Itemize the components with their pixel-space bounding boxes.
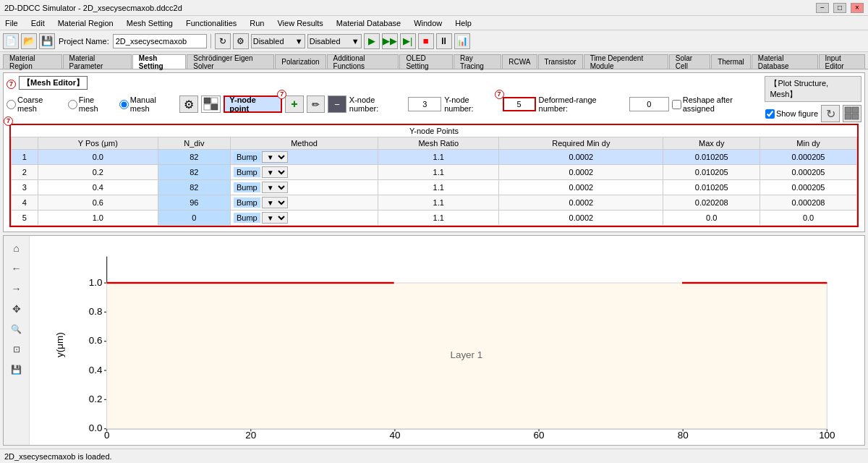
menu-functionalities[interactable]: Functionalities: [184, 18, 239, 28]
cell-index: 1: [12, 150, 38, 165]
method-select[interactable]: ▼: [262, 182, 288, 193]
x-tick-100: 100: [819, 430, 835, 441]
menu-mesh-setting[interactable]: Mesh Setting: [124, 18, 175, 28]
save-chart-button[interactable]: 💾: [8, 362, 25, 378]
window-controls: − □ ×: [816, 3, 864, 13]
method-select[interactable]: ▼: [262, 166, 288, 178]
maximize-button[interactable]: □: [833, 3, 846, 13]
status-bar: 2D_xsecysecmaxob is loaded.: [0, 449, 868, 463]
chart-button[interactable]: 📊: [454, 33, 470, 49]
back-button[interactable]: ←: [8, 260, 25, 276]
window-title: 2D-DDCC Simulator - 2D_xsecysecmaxob.ddc…: [4, 4, 182, 12]
menu-file[interactable]: File: [3, 18, 20, 28]
zoom-rect-button[interactable]: ⊡: [8, 341, 25, 357]
disabled-combo-1[interactable]: Disabled▼: [251, 34, 305, 48]
cell-method[interactable]: Bump ▼: [230, 150, 378, 165]
cell-method[interactable]: Bump ▼: [230, 180, 378, 195]
cell-method[interactable]: Bump ▼: [230, 165, 378, 180]
tab-polarization[interactable]: Polarization: [275, 54, 326, 69]
minimize-button[interactable]: −: [816, 3, 829, 13]
pan-button[interactable]: ✥: [8, 301, 25, 317]
menu-window[interactable]: Window: [412, 18, 444, 28]
close-button[interactable]: ×: [851, 3, 864, 13]
tab-transistor[interactable]: Transistor: [538, 54, 583, 69]
menu-material-database[interactable]: Material Database: [334, 18, 403, 28]
home-button[interactable]: ⌂: [8, 240, 25, 256]
coarse-mesh-radio[interactable]: Coarse mesh: [7, 95, 64, 113]
chart-area: ⌂ ← → ✥ 🔍 ⊡ 💾 y(μm) 0.0 0.2: [3, 235, 865, 446]
plot-grid-button[interactable]: [843, 105, 861, 122]
tab-time-dependent[interactable]: Time Dependent Module: [584, 54, 668, 69]
tab-solar-cell[interactable]: Solar Cell: [669, 54, 710, 69]
menu-run[interactable]: Run: [247, 18, 266, 28]
manual-mesh-radio[interactable]: Manual mesh: [119, 95, 176, 113]
x-tick-60: 60: [534, 430, 545, 441]
cell-index: 3: [12, 180, 38, 195]
pause-button[interactable]: ⏸: [436, 33, 452, 49]
tab-schrodinger[interactable]: Schrödinger Eigen Solver: [187, 54, 274, 69]
menu-view-results[interactable]: View Results: [275, 18, 325, 28]
menu-help[interactable]: Help: [453, 18, 474, 28]
new-button[interactable]: 📄: [3, 33, 19, 49]
table-row[interactable]: 2 0.2 82 Bump ▼ 1.1 0.0002 0.010205 0.00…: [12, 165, 857, 180]
play-fast-button[interactable]: ▶▶: [382, 33, 398, 49]
table-row[interactable]: 1 0.0 82 Bump ▼ 1.1 0.0002 0.010205 0.00…: [12, 150, 857, 165]
reshape-checkbox[interactable]: [672, 100, 681, 109]
tab-oled-setting[interactable]: OLED Setting: [399, 54, 453, 69]
cell-method[interactable]: Bump ▼: [230, 211, 378, 226]
tab-ray-tracing[interactable]: Ray Tracing: [454, 54, 501, 69]
x-tick-20: 20: [245, 430, 256, 441]
config-button[interactable]: ⚙: [233, 33, 249, 49]
status-text: 2D_xsecysecmaxob is loaded.: [4, 452, 112, 461]
col-maxdy: Max dy: [663, 137, 760, 150]
cell-method[interactable]: Bump ▼: [230, 195, 378, 211]
y-tick-08: 0.8: [89, 306, 103, 317]
reshape-checkbox-label[interactable]: Reshape after assigned: [672, 95, 765, 113]
deformed-input[interactable]: [629, 97, 669, 111]
stop-button[interactable]: ■: [418, 33, 434, 49]
svg-rect-2: [204, 104, 210, 110]
menu-material-region[interactable]: Material Region: [56, 18, 116, 28]
y-node-input[interactable]: [503, 97, 536, 111]
x-node-input[interactable]: [408, 97, 441, 111]
add-node-button[interactable]: +: [285, 95, 304, 113]
play-button[interactable]: ▶: [364, 33, 380, 49]
method-select[interactable]: ▼: [262, 212, 288, 224]
settings-icon-button[interactable]: ⚙: [179, 95, 198, 113]
y-node-point-button[interactable]: Y-node point: [224, 95, 282, 113]
tab-mesh-setting[interactable]: Mesh Setting: [132, 54, 187, 69]
refresh-plot-button[interactable]: ↻: [821, 105, 840, 122]
disabled-combo-2[interactable]: Disabled▼: [307, 34, 362, 48]
menu-edit[interactable]: Edit: [29, 18, 47, 28]
tab-thermal[interactable]: Thermal: [711, 54, 751, 69]
table-row[interactable]: 4 0.6 96 Bump ▼ 1.1 0.0002 0.020208 0.00…: [12, 195, 857, 211]
tab-material-database[interactable]: Material Database: [752, 54, 818, 69]
show-figure-label[interactable]: Show figure: [765, 109, 818, 119]
edit-node-button[interactable]: ✏: [307, 95, 326, 113]
project-name-input[interactable]: [113, 34, 207, 48]
show-figure-checkbox[interactable]: [765, 109, 775, 119]
method-select[interactable]: ▼: [262, 197, 288, 208]
cell-meshratio: 1.1: [378, 150, 499, 165]
delete-node-button[interactable]: −: [328, 95, 346, 113]
table-row[interactable]: 3 0.4 82 Bump ▼ 1.1 0.0002 0.010205 0.00…: [12, 180, 857, 195]
main-area: 7 【Mesh Editor】 Coarse mesh Fine: [0, 69, 868, 449]
tab-additional-functions[interactable]: Additional Functions: [327, 54, 399, 69]
grid-icon-button[interactable]: [201, 95, 221, 113]
tab-material-parameter[interactable]: Material Parameter: [63, 54, 132, 69]
tab-input-editor[interactable]: Input Editor: [819, 54, 865, 69]
tab-material-region[interactable]: Material Region: [3, 54, 62, 69]
zoom-button[interactable]: 🔍: [8, 321, 25, 337]
col-reqmindy: Required Min dy: [499, 137, 663, 150]
tab-rcwa[interactable]: RCWA: [502, 54, 537, 69]
save-button[interactable]: 💾: [39, 33, 55, 49]
table-row[interactable]: 5 1.0 0 Bump ▼ 1.1 0.0002 0.0 0.0: [12, 211, 857, 226]
y-tick-10: 1.0: [89, 277, 103, 288]
fine-mesh-radio[interactable]: Fine mesh: [68, 95, 115, 113]
method-select[interactable]: ▼: [262, 151, 288, 163]
forward-button[interactable]: →: [8, 281, 25, 297]
refresh-button[interactable]: ↻: [215, 33, 231, 49]
play-all-button[interactable]: ▶|: [400, 33, 416, 49]
open-button[interactable]: 📂: [21, 33, 37, 49]
cell-index: 2: [12, 165, 38, 180]
